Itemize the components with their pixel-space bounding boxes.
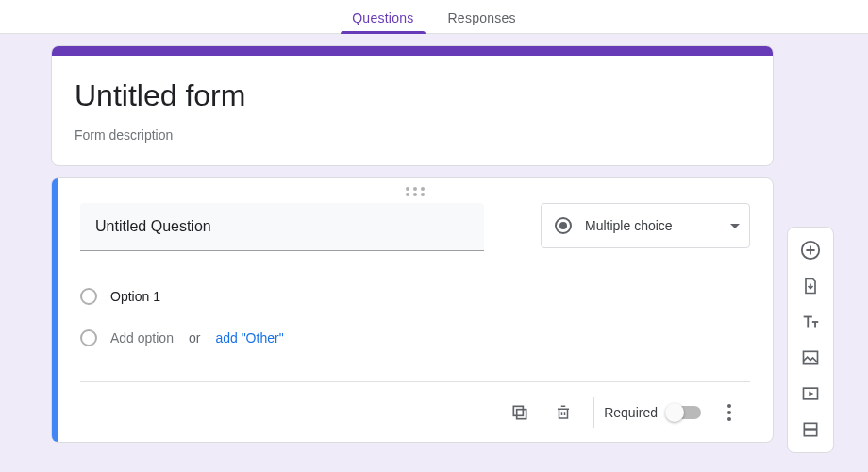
svg-rect-1 [514, 406, 524, 415]
question-card[interactable]: Untitled Question Multiple choice Option… [51, 177, 774, 443]
add-section-button[interactable] [793, 413, 827, 447]
tabs-bar: Questions Responses [0, 0, 868, 34]
required-toggle[interactable] [667, 406, 701, 419]
option-row[interactable]: Option 1 [80, 276, 750, 317]
option-label-input[interactable]: Option 1 [110, 289, 160, 304]
delete-button[interactable] [542, 392, 584, 433]
add-image-button[interactable] [793, 341, 827, 375]
question-footer: Required [80, 381, 750, 442]
add-other-button[interactable]: add "Other" [215, 330, 283, 346]
video-icon [801, 384, 820, 403]
import-questions-button[interactable] [793, 269, 827, 303]
header-accent-bar [52, 46, 773, 56]
form-description-input[interactable]: Form description [75, 127, 750, 143]
editor-canvas: Untitled form Form description Untitled … [0, 34, 868, 472]
image-icon [801, 348, 820, 367]
plus-circle-icon [800, 240, 821, 261]
tab-questions[interactable]: Questions [341, 10, 425, 33]
add-question-button[interactable] [793, 233, 827, 267]
radio-icon [80, 329, 97, 346]
import-icon [801, 277, 820, 295]
copy-icon [510, 403, 529, 422]
question-more-button[interactable] [709, 392, 750, 433]
text-icon [800, 312, 821, 332]
add-option-row: Add option or add "Other" [80, 317, 750, 359]
separator [593, 397, 594, 428]
floating-toolbar [787, 227, 834, 453]
add-video-button[interactable] [793, 377, 827, 411]
drag-handle[interactable] [80, 184, 750, 201]
more-vertical-icon [727, 404, 731, 421]
chevron-down-icon [730, 224, 740, 228]
trash-icon [555, 403, 572, 422]
or-text: or [187, 330, 202, 346]
question-title-input[interactable]: Untitled Question [80, 203, 484, 251]
multiple-choice-icon [555, 217, 572, 234]
svg-rect-5 [804, 423, 816, 429]
add-option-button[interactable]: Add option [110, 330, 174, 346]
svg-rect-6 [804, 430, 816, 436]
section-icon [801, 420, 820, 439]
question-type-select[interactable]: Multiple choice [541, 203, 750, 248]
required-label: Required [604, 405, 658, 420]
form-title-input[interactable]: Untitled form [75, 76, 750, 114]
tab-responses[interactable]: Responses [437, 10, 527, 33]
duplicate-button[interactable] [499, 392, 541, 433]
add-title-button[interactable] [793, 305, 827, 339]
svg-rect-0 [517, 409, 526, 418]
options-list: Option 1 Add option or add "Other" [80, 276, 750, 359]
form-header-card[interactable]: Untitled form Form description [51, 45, 774, 166]
question-type-label: Multiple choice [585, 218, 717, 233]
radio-icon [80, 288, 97, 305]
